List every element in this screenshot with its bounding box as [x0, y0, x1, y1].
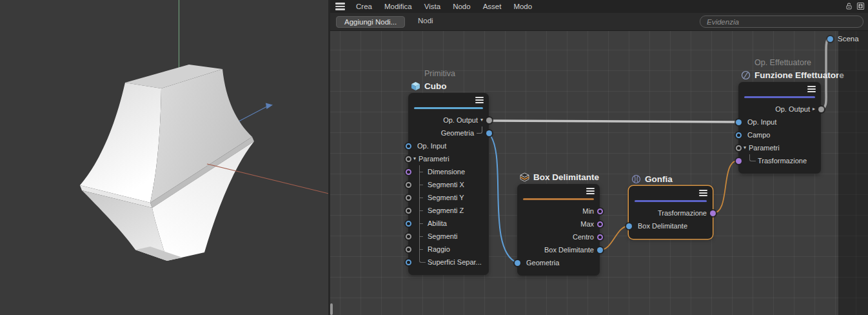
viewport-3d[interactable] — [0, 0, 329, 315]
port-row-campo: Campo — [738, 128, 821, 141]
port-label: Campo — [747, 131, 770, 139]
bounding-box-icon — [520, 172, 529, 182]
menu-vista[interactable]: Vista — [424, 3, 440, 10]
vertical-scrollbar-thumb[interactable] — [330, 303, 333, 315]
tree-connector — [419, 178, 426, 191]
port-row-geometria: Geometria — [517, 256, 600, 269]
node-menu-icon[interactable] — [475, 97, 484, 103]
node-graph-canvas[interactable]: Scena PrimitivaCuboOp. Output▾GeometriaO… — [330, 31, 868, 315]
port-geometria[interactable] — [515, 260, 520, 266]
port-centro[interactable] — [597, 234, 603, 240]
toolbar: Aggiungi Nodi... Nodi — [330, 13, 868, 31]
menu-nodo[interactable]: Nodo — [453, 3, 471, 10]
port-label: Abilita — [428, 219, 447, 227]
collapse-caret[interactable]: ▾ — [744, 145, 746, 150]
port-row-parametri: ▾Parametri — [408, 152, 489, 165]
port-trasformazione[interactable] — [736, 158, 742, 164]
port-abilita[interactable] — [406, 221, 411, 227]
add-nodes-button[interactable]: Aggiungi Nodi... — [336, 16, 405, 28]
port-op-input[interactable] — [736, 119, 742, 125]
effector-icon — [741, 70, 751, 80]
node-title: Funzione Effettuatore — [738, 68, 821, 82]
dock-window-icon[interactable] — [856, 2, 865, 10]
wire-boxdelimitante — [600, 226, 629, 250]
search-input[interactable] — [700, 15, 863, 28]
hamburger-menu-icon[interactable] — [335, 3, 345, 10]
port-label: Segmenti — [428, 232, 457, 240]
port-campo[interactable] — [736, 132, 742, 138]
port-label: Op. Output — [775, 105, 810, 113]
port-label: Segmenti Z — [428, 207, 464, 214]
port-geometria[interactable] — [486, 130, 492, 136]
port-op-output[interactable] — [486, 117, 492, 123]
tree-connector — [419, 165, 426, 178]
port-label: Centro — [573, 233, 594, 241]
node-menu-icon[interactable] — [699, 190, 707, 196]
port-row-segmenti: Segmenti — [408, 230, 489, 243]
collapse-caret[interactable]: ▾ — [413, 156, 416, 161]
port-trasformazione[interactable] — [710, 210, 716, 216]
port-label: Segmenti X — [428, 181, 464, 188]
deformed-cube-render — [0, 0, 329, 315]
port-scena-input[interactable] — [827, 36, 833, 42]
node-body[interactable]: MinMaxCentroBox DelimitanteGeometria — [517, 184, 600, 276]
expand-caret[interactable]: ▸ — [813, 107, 815, 112]
node-funzione-effettuatore[interactable]: Op. EffettuatoreFunzione EffettuatoreOp.… — [738, 57, 821, 174]
port-segmenti[interactable] — [406, 234, 411, 239]
port-label: Geometria — [441, 129, 474, 137]
menu-crea[interactable]: Crea — [356, 3, 372, 10]
menubar: CreaModificaVistaNodoAssetModo — [330, 0, 868, 13]
port-row-segmenti-z: Segmenti Z — [408, 204, 489, 217]
tree-connector — [419, 191, 426, 204]
right-panel-shade — [838, 31, 868, 315]
port-row-parametri: ▾Parametri — [738, 141, 821, 154]
node-title: Gonfia — [629, 172, 713, 186]
port-label: Raggio — [428, 245, 450, 253]
cube-icon — [411, 81, 420, 91]
menu-asset[interactable]: Asset — [483, 3, 502, 10]
port-box-delimitante[interactable] — [597, 247, 603, 253]
wire-geometria — [489, 134, 517, 263]
port-box-delimitante[interactable] — [626, 223, 632, 229]
node-accent-bar — [744, 96, 815, 98]
port-parametri[interactable] — [736, 145, 742, 151]
node-menu-icon[interactable] — [586, 188, 595, 194]
port-dimensione[interactable] — [406, 169, 411, 175]
port-row-centro: Centro — [517, 230, 600, 243]
node-category: Op. Effettuatore — [738, 57, 821, 68]
port-segmenti-y[interactable] — [406, 195, 411, 201]
port-max[interactable] — [597, 221, 603, 227]
unlock-icon[interactable] — [845, 2, 853, 10]
node-accent-bar — [635, 200, 707, 202]
node-menu-icon[interactable] — [807, 86, 816, 92]
expand-caret[interactable]: ▾ — [480, 117, 483, 123]
port-label: Parametri — [749, 144, 780, 152]
node-gonfia[interactable]: GonfiaTrasformazioneBox Delimitante — [629, 172, 713, 239]
menu-modifica[interactable]: Modifica — [384, 3, 412, 10]
port-label: Box Delimitante — [638, 222, 687, 230]
port-segmenti-x[interactable] — [406, 182, 411, 188]
port-row-op-output: Op. Output▾ — [408, 114, 489, 127]
port-superfici-separ[interactable] — [406, 259, 411, 265]
node-box-delimitante[interactable]: Box DelimitanteMinMaxCentroBox Delimitan… — [517, 170, 600, 276]
port-segmenti-z[interactable] — [406, 208, 411, 214]
port-op-output[interactable] — [818, 107, 824, 112]
port-label: Dimensione — [428, 168, 465, 176]
node-category: Primitiva — [408, 68, 489, 79]
node-scena[interactable]: Scena — [827, 35, 859, 43]
port-label: Op. Output — [443, 116, 478, 124]
port-raggio[interactable] — [406, 247, 411, 252]
node-body[interactable]: Op. Output▸Op. InputCampo▾ParametriTrasf… — [738, 82, 821, 174]
port-op-input[interactable] — [406, 143, 411, 149]
menu-modo[interactable]: Modo — [513, 3, 532, 10]
bulge-icon — [631, 174, 641, 184]
port-row-op-input: Op. Input — [408, 139, 489, 152]
tab-nodi[interactable]: Nodi — [418, 17, 433, 25]
port-parametri[interactable] — [406, 156, 411, 162]
port-min[interactable] — [597, 208, 603, 214]
port-label: Box Delimitante — [544, 246, 594, 254]
node-body[interactable]: Op. Output▾GeometriaOp. Input▾ParametriD… — [408, 93, 489, 275]
scena-label: Scena — [838, 35, 859, 43]
node-cubo[interactable]: PrimitivaCuboOp. Output▾GeometriaOp. Inp… — [408, 68, 489, 275]
node-body[interactable]: TrasformazioneBox Delimitante — [629, 186, 713, 239]
